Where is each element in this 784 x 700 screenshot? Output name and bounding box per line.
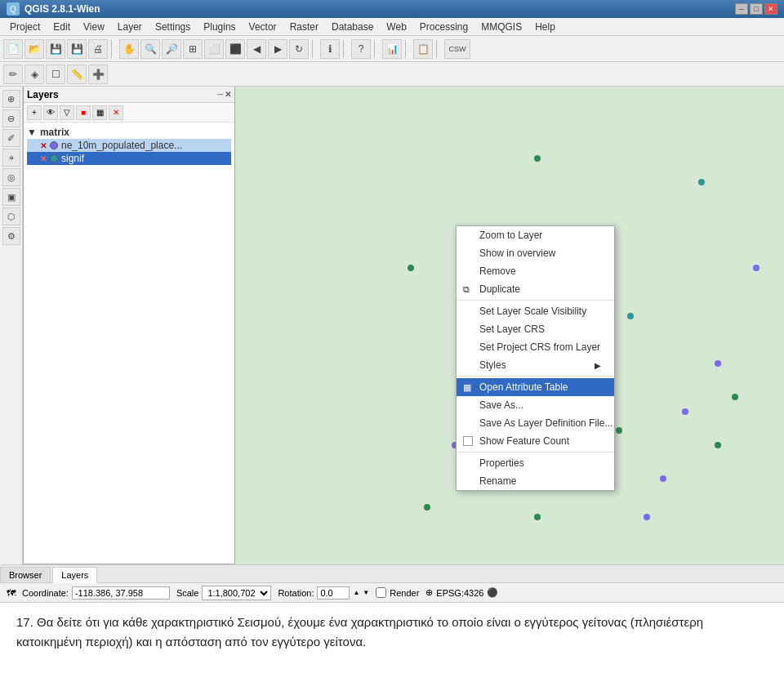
layers-close-btn[interactable]: ✕ [225,90,231,99]
layers-header-controls[interactable]: ─ ✕ [217,90,231,99]
identify-btn[interactable]: ℹ [320,39,340,59]
scale-label: Scale [176,588,199,598]
left-toolbar: ⊕ ⊖ ✐ ⌖ ◎ ▣ ⬡ ⚙ [0,87,23,564]
add-layer-btn[interactable]: ➕ [88,65,108,84]
layers-del-btn[interactable]: ✕ [109,105,123,120]
menu-layer[interactable]: Layer [111,20,149,34]
rotation-down-btn[interactable]: ▼ [363,589,369,596]
coordinate-item: Coordinate: [22,586,170,600]
ctx-remove-label: Remove [479,265,516,277]
rotation-up-btn[interactable]: ▲ [353,589,359,596]
measure-btn[interactable]: 📏 [67,65,87,84]
csv-btn[interactable]: CSW [444,39,470,59]
extra-btn1[interactable]: 📊 [382,39,402,59]
layers-add-btn[interactable]: + [27,105,42,120]
menu-web[interactable]: Web [380,20,412,34]
map-canvas[interactable]: Zoom to Layer Show in overview Remove ⧉ … [235,87,784,564]
window-controls[interactable]: ─ □ ✕ [735,3,777,15]
layers-minimize-btn[interactable]: ─ [217,90,223,99]
refresh-btn[interactable]: ↻ [289,39,309,59]
left-btn-2[interactable]: ⊖ [2,109,20,127]
pan-btn[interactable]: ✋ [119,39,139,59]
left-btn-4[interactable]: ⌖ [2,149,20,167]
ctx-overview-label: Show in overview [479,247,555,259]
layer-item-ne10m[interactable]: ✕ ne_10m_populated_place... [27,139,231,152]
left-btn-3[interactable]: ✐ [2,129,20,147]
epsg-label: EPSG:4326 [436,588,483,598]
ctx-set-layer-scale[interactable]: Set Layer Scale Visibility [457,302,614,320]
menu-mmqgis[interactable]: MMQGIS [474,20,528,34]
ctx-set-layer-crs[interactable]: Set Layer CRS [457,320,614,338]
ctx-set-project-crs[interactable]: Set Project CRS from Layer [457,338,614,356]
menu-project[interactable]: Project [3,20,47,34]
zoom-layer-btn[interactable]: ⬜ [204,39,224,59]
prev-extent-btn[interactable]: ◀ [247,39,266,59]
zoom-in-btn[interactable]: 🔍 [140,39,160,59]
layers-info-btn[interactable]: ▦ [92,105,107,120]
menu-processing[interactable]: Processing [413,20,474,34]
menu-settings[interactable]: Settings [149,20,197,34]
menu-edit[interactable]: Edit [47,20,77,34]
new-project-btn[interactable]: 📄 [3,39,23,59]
left-btn-8[interactable]: ⚙ [2,227,20,245]
ctx-crs-label: Set Layer CRS [479,323,545,335]
ctx-save-as-definition[interactable]: Save As Layer Definition File... [457,414,614,432]
ctx-save-as[interactable]: Save As... [457,396,614,414]
title-bar-left: Q QGIS 2.8.1-Wien [7,2,100,16]
layers-style-btn[interactable]: ■ [76,105,91,120]
tab-browser[interactable]: Browser [0,567,51,582]
menu-bar: Project Edit View Layer Settings Plugins… [0,18,784,36]
layers-eye-btn[interactable]: 👁 [43,105,58,120]
menu-vector[interactable]: Vector [243,20,283,34]
ctx-properties[interactable]: Properties [457,454,614,472]
separator2 [312,40,317,58]
menu-raster[interactable]: Raster [283,20,325,34]
menu-help[interactable]: Help [528,20,562,34]
extra-btn2[interactable]: 📋 [413,39,433,59]
left-btn-7[interactable]: ⬡ [2,207,20,225]
rotation-input[interactable] [317,586,350,600]
ctx-zoom-to-layer[interactable]: Zoom to Layer [457,226,614,244]
group-expand-icon[interactable]: ▼ [27,127,37,138]
left-btn-5[interactable]: ◎ [2,168,20,186]
render-label: Render [390,588,419,598]
ctx-show-feature-count[interactable]: Show Feature Count [457,432,614,450]
deselect-btn[interactable]: ☐ [46,65,65,84]
ctx-show-overview[interactable]: Show in overview [457,244,614,262]
epsg-item[interactable]: ⊕ EPSG:4326 ⚫ [425,587,498,598]
save-as-btn[interactable]: 💾 [67,39,87,59]
close-button[interactable]: ✕ [764,3,777,15]
full-extent-btn[interactable]: ⊞ [183,39,203,59]
left-btn-1[interactable]: ⊕ [2,90,20,108]
ctx-rename[interactable]: Rename [457,472,614,490]
menu-plugins[interactable]: Plugins [197,20,242,34]
print-btn[interactable]: 🖨 [88,39,108,59]
scale-dropdown[interactable]: 1:1,800,702 [202,586,271,600]
tab-layers[interactable]: Layers [52,567,97,583]
epsg-icon: ⊕ [425,587,433,598]
layers-filter-btn[interactable]: ▽ [60,105,74,120]
ctx-styles[interactable]: Styles ▶ [457,356,614,374]
ctx-remove[interactable]: Remove [457,262,614,280]
open-btn[interactable]: 📂 [24,39,44,59]
layer-item-signif[interactable]: ✕ signif [27,152,231,165]
render-checkbox[interactable] [376,587,386,598]
menu-database[interactable]: Database [325,20,380,34]
ctx-duplicate[interactable]: ⧉ Duplicate [457,280,614,298]
map-dot [534,155,541,162]
feature-count-checkbox[interactable] [463,436,473,446]
left-btn-6[interactable]: ▣ [2,188,20,206]
ctx-open-attribute-table[interactable]: ▦ Open Attribute Table [457,378,614,396]
help-btn[interactable]: ? [351,39,371,59]
maximize-button[interactable]: □ [750,3,763,15]
map-dot [424,504,430,511]
zoom-selection-btn[interactable]: ⬛ [225,39,245,59]
select-btn[interactable]: ◈ [24,65,44,84]
menu-view[interactable]: View [77,20,111,34]
next-extent-btn[interactable]: ▶ [268,39,287,59]
save-btn[interactable]: 💾 [46,39,65,59]
zoom-out-btn[interactable]: 🔎 [162,39,181,59]
coordinate-input[interactable] [72,586,170,600]
minimize-button[interactable]: ─ [735,3,748,15]
digitize-btn[interactable]: ✏ [3,65,23,84]
